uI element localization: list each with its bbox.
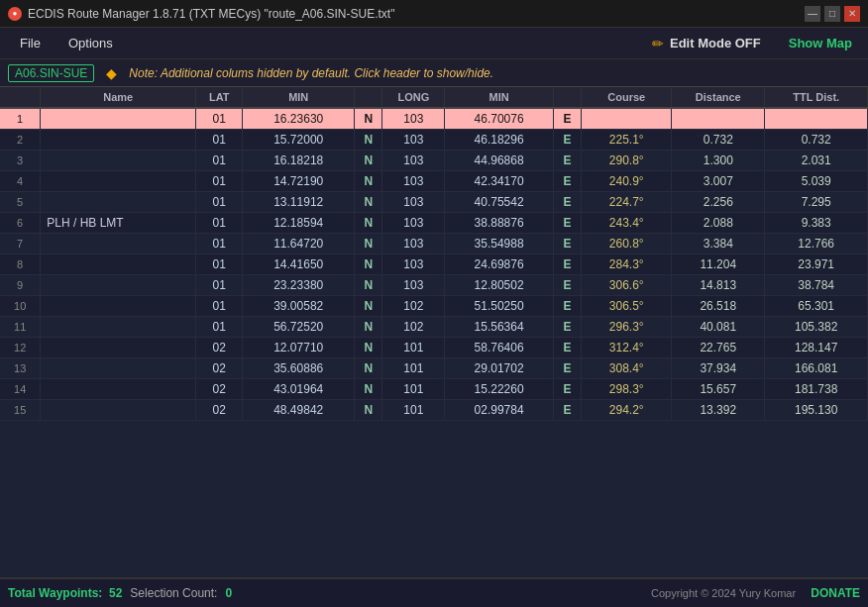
col-header-min-long[interactable]: MIN xyxy=(445,87,554,108)
menu-bar: File Options ✏ Edit Mode OFF Show Map xyxy=(0,28,868,59)
waypoints-table: Name LAT MIN LONG MIN Course Distance TT… xyxy=(0,87,868,421)
col-header-name[interactable]: Name xyxy=(41,87,196,108)
footer-right: Copyright © 2024 Yury Komar DONATE xyxy=(651,586,860,600)
edit-mode-button[interactable]: ✏ Edit Mode OFF xyxy=(644,33,769,54)
table-row[interactable]: 130235.60886N10129.01702E308.4°37.934166… xyxy=(0,358,868,379)
table-header-row: Name LAT MIN LONG MIN Course Distance TT… xyxy=(0,87,868,108)
table-row[interactable]: 40114.72190N10342.34170E240.9°3.0075.039 xyxy=(0,171,868,192)
donate-button[interactable]: DONATE xyxy=(811,586,860,600)
col-header-ns[interactable] xyxy=(355,87,382,108)
title-text: ECDIS Route Manager 1.8.71 (TXT MECys) "… xyxy=(28,7,394,21)
table-container[interactable]: Name LAT MIN LONG MIN Course Distance TT… xyxy=(0,87,868,577)
pencil-icon: ✏ xyxy=(652,36,664,51)
col-header-lat[interactable]: LAT xyxy=(196,87,243,108)
total-wp-value: 52 xyxy=(109,586,122,600)
table-row[interactable]: 140243.01964N10115.22260E298.3°15.657181… xyxy=(0,379,868,400)
table-row[interactable]: 10116.23630N10346.70076E xyxy=(0,108,868,130)
table-row[interactable]: 30116.18218N10344.96868E290.8°1.3002.031 xyxy=(0,151,868,171)
file-menu[interactable]: File xyxy=(8,32,53,54)
edit-mode-text: Edit Mode OFF xyxy=(670,36,761,51)
table-body: 10116.23630N10346.70076E20115.72000N1034… xyxy=(0,108,868,421)
total-waypoints-label: Total Waypoints: 52 xyxy=(8,586,122,600)
col-header-num[interactable] xyxy=(0,87,41,108)
total-wp-label: Total Waypoints: xyxy=(8,586,102,600)
options-menu[interactable]: Options xyxy=(56,32,125,54)
close-button[interactable]: ✕ xyxy=(844,6,860,22)
table-row[interactable]: 6PLH / HB LMT0112.18594N10338.88876E243.… xyxy=(0,213,868,234)
copyright-text: Copyright © 2024 Yury Komar xyxy=(651,587,796,599)
col-header-distance[interactable]: Distance xyxy=(672,87,765,108)
table-row[interactable]: 150248.49842N10102.99784E294.2°13.392195… xyxy=(0,400,868,421)
app-icon: ● xyxy=(8,7,22,21)
table-row[interactable]: 100139.00582N10251.50250E306.5°26.51865.… xyxy=(0,296,868,317)
title-bar-left: ● ECDIS Route Manager 1.8.71 (TXT MECys)… xyxy=(8,7,394,21)
col-header-min-lat[interactable]: MIN xyxy=(243,87,355,108)
note-icon: ◆ xyxy=(106,65,117,81)
table-row[interactable]: 80114.41650N10324.69876E284.3°11.20423.9… xyxy=(0,254,868,275)
info-bar: A06.SIN-SUE ◆ Note: Additional colums hi… xyxy=(0,59,868,87)
table-row[interactable]: 110156.72520N10215.56364E296.3°40.081105… xyxy=(0,317,868,338)
selection-count-label: Selection Count: xyxy=(130,586,217,600)
menu-right: ✏ Edit Mode OFF Show Map xyxy=(644,33,860,54)
minimize-button[interactable]: — xyxy=(805,6,820,22)
table-row[interactable]: 20115.72000N10346.18296E225.1°0.7320.732 xyxy=(0,130,868,151)
col-header-ttldist[interactable]: TTL Dist. xyxy=(765,87,868,108)
table-row[interactable]: 70111.64720N10335.54988E260.8°3.38412.76… xyxy=(0,234,868,254)
table-row[interactable]: 90123.23380N10312.80502E306.6°14.81338.7… xyxy=(0,275,868,296)
title-bar: ● ECDIS Route Manager 1.8.71 (TXT MECys)… xyxy=(0,0,868,28)
selection-count-value: 0 xyxy=(225,586,232,600)
col-header-long[interactable]: LONG xyxy=(382,87,445,108)
table-row[interactable]: 120212.07710N10158.76406E312.4°22.765128… xyxy=(0,338,868,358)
footer-left: Total Waypoints: 52 Selection Count: 0 xyxy=(8,586,232,600)
col-header-ew[interactable] xyxy=(554,87,582,108)
maximize-button[interactable]: □ xyxy=(824,6,840,22)
menu-left: File Options xyxy=(8,32,125,54)
footer: Total Waypoints: 52 Selection Count: 0 C… xyxy=(0,577,868,607)
col-header-course[interactable]: Course xyxy=(582,87,672,108)
table-row[interactable]: 50113.11912N10340.75542E224.7°2.2567.295 xyxy=(0,192,868,213)
show-map-button[interactable]: Show Map xyxy=(781,33,860,53)
route-label: A06.SIN-SUE xyxy=(8,64,94,82)
title-controls: — □ ✕ xyxy=(805,6,860,22)
note-text: Note: Additional colums hidden by defaul… xyxy=(129,66,493,80)
